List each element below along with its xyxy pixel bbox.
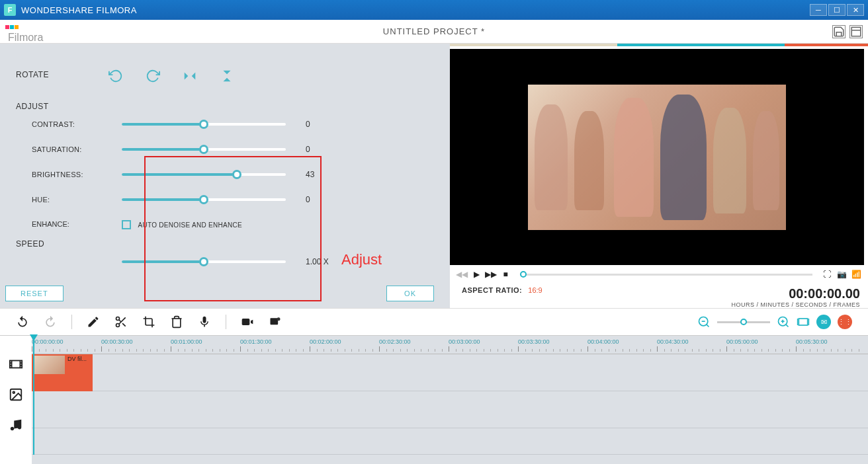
ruler-mark: 00:02:30:00 <box>379 338 411 345</box>
share-button[interactable]: ✉ <box>816 315 831 329</box>
ruler-mark: 00:00:30:00 <box>101 338 133 345</box>
app-title: WONDERSHARE FILMORA <box>21 5 810 15</box>
hue-label: HUE: <box>16 196 122 204</box>
rewind-icon[interactable]: ◀◀ <box>456 269 467 280</box>
zoom-slider[interactable] <box>717 321 770 323</box>
clip-thumbnail <box>33 356 65 374</box>
svg-point-2 <box>116 317 120 321</box>
timeline-ruler[interactable]: 00:00:00:0000:00:30:0000:01:00:0000:01:3… <box>32 336 868 354</box>
svg-line-11 <box>786 325 789 327</box>
zoom-out-icon[interactable] <box>697 315 711 329</box>
playhead[interactable] <box>33 336 34 455</box>
enhance-text: AUTO DENOISE AND ENHANCE <box>138 221 242 229</box>
delete-icon[interactable] <box>170 315 183 329</box>
export-icon[interactable] <box>269 315 282 329</box>
timeline-toolbar: ✉ ⋮⋮ <box>0 308 868 336</box>
forward-icon[interactable]: ▶▶ <box>486 269 496 280</box>
undo-icon[interactable] <box>16 315 29 329</box>
svg-point-6 <box>277 317 281 321</box>
brightness-slider[interactable] <box>122 173 286 176</box>
reset-button[interactable]: RESET <box>5 286 64 301</box>
window-titlebar: F WONDERSHARE FILMORA ─ ☐ ✕ <box>0 0 868 20</box>
logo: Filmora <box>5 20 43 44</box>
speed-label: SPEED <box>16 239 434 249</box>
ok-button[interactable]: OK <box>386 286 434 301</box>
svg-point-3 <box>116 324 120 327</box>
snapshot-icon[interactable]: 📷 <box>836 269 847 280</box>
ruler-mark: 00:04:30:00 <box>657 338 689 345</box>
rotate-ccw-icon[interactable] <box>108 69 123 83</box>
svg-rect-14 <box>799 319 807 325</box>
enhance-label: ENHANCE: <box>16 220 122 228</box>
minimize-button[interactable]: ─ <box>810 4 827 16</box>
ruler-mark: 00:05:30:00 <box>796 338 828 345</box>
close-button[interactable]: ✕ <box>847 4 864 16</box>
redo-icon[interactable] <box>44 315 57 329</box>
edit-icon[interactable] <box>87 315 100 329</box>
video-track-icon[interactable] <box>9 357 23 371</box>
aspect-value: 16:9 <box>528 286 542 294</box>
volume-icon[interactable]: 📶 <box>851 269 861 280</box>
speed-slider[interactable] <box>122 260 286 263</box>
split-icon[interactable] <box>114 315 128 329</box>
maximize-button[interactable]: ☐ <box>828 4 846 16</box>
audio-track[interactable] <box>32 428 868 455</box>
audio-track-icon[interactable] <box>9 418 23 432</box>
saturation-label: SATURATION: <box>16 145 122 153</box>
preview-panel: ◀◀ ▶ ▶▶ ■ ⛶ 📷 📶 ASPECT RATIO: 16:9 00:00… <box>450 44 868 308</box>
record-icon[interactable] <box>241 315 254 329</box>
rotate-label: ROTATE <box>16 70 108 79</box>
svg-point-25 <box>13 391 15 393</box>
video-clip[interactable]: DV fil... <box>32 354 93 391</box>
ruler-mark: 00:04:00:00 <box>587 338 619 345</box>
play-icon[interactable]: ▶ <box>471 269 482 280</box>
app-header: Filmora UNTITLED PROJECT * <box>0 20 868 44</box>
crop-icon[interactable] <box>142 315 155 329</box>
voiceover-icon[interactable] <box>198 315 211 329</box>
video-track[interactable]: DV fil... <box>32 354 868 391</box>
ruler-mark: 00:02:00:00 <box>310 338 341 345</box>
zoom-in-icon[interactable] <box>777 315 790 329</box>
saturation-slider[interactable] <box>122 148 286 151</box>
ruler-mark: 00:01:30:00 <box>240 338 272 345</box>
timecode-sub: HOURS / MINUTES / SECONDS / FRAMES <box>731 301 860 308</box>
stop-icon[interactable]: ■ <box>500 269 511 280</box>
timeline: 00:00:00:0000:00:30:0000:01:00:0000:01:3… <box>0 336 868 464</box>
svg-line-8 <box>707 325 709 327</box>
preview-progress[interactable] <box>520 274 812 276</box>
hue-slider[interactable] <box>122 198 286 201</box>
contrast-value: 0 <box>306 120 310 129</box>
image-track-icon[interactable] <box>9 387 23 402</box>
enhance-checkbox[interactable] <box>122 220 131 229</box>
adjust-section-label: ADJUST <box>16 102 434 111</box>
app-icon: F <box>4 4 16 16</box>
ruler-mark: 00:01:00:00 <box>171 338 202 345</box>
fit-icon[interactable] <box>797 315 810 329</box>
saturation-value: 0 <box>306 145 310 154</box>
project-title: UNTITLED PROJECT * <box>383 26 485 36</box>
save-icon[interactable] <box>832 25 846 38</box>
settings-button[interactable]: ⋮⋮ <box>838 315 852 329</box>
ruler-mark: 00:03:30:00 <box>518 338 550 345</box>
flip-horizontal-icon[interactable] <box>183 69 197 83</box>
ruler-mark: 00:03:00:00 <box>449 338 480 345</box>
contrast-slider[interactable] <box>122 123 286 126</box>
ruler-mark: 00:00:00:00 <box>32 338 64 345</box>
rotate-cw-icon[interactable] <box>146 69 160 83</box>
video-preview <box>450 49 864 265</box>
image-track[interactable] <box>32 391 868 428</box>
fullscreen-icon[interactable]: ⛶ <box>822 269 832 280</box>
layout-icon[interactable] <box>849 25 863 38</box>
ruler-mark: 00:05:00:00 <box>726 338 758 345</box>
contrast-label: CONTRAST: <box>16 120 122 128</box>
svg-rect-4 <box>242 319 250 325</box>
annotation-text: Adjust <box>341 251 382 268</box>
adjust-panel: ROTATE ADJUST CONTRAST: 0 SATURATION: 0 … <box>0 44 450 308</box>
flip-vertical-icon[interactable] <box>220 69 234 83</box>
aspect-label: ASPECT RATIO: <box>462 286 522 294</box>
svg-rect-0 <box>851 27 861 36</box>
speed-value: 1.00 X <box>306 257 329 266</box>
brightness-value: 43 <box>306 170 314 179</box>
brightness-label: BRIGHTNESS: <box>16 171 122 178</box>
timecode: 00:00:00.00 <box>731 286 860 301</box>
